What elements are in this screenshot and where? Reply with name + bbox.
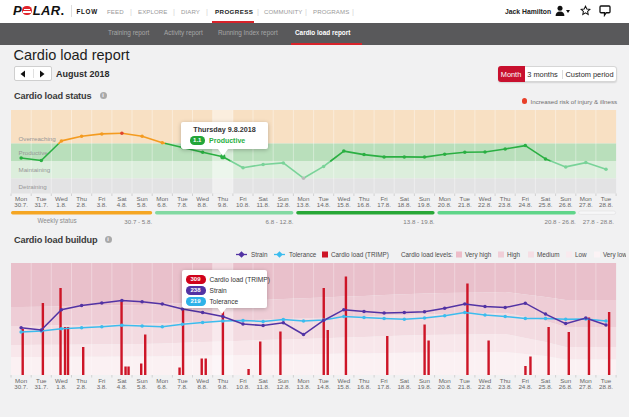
svg-text:30.7 - 5.8.: 30.7 - 5.8.	[124, 218, 152, 225]
svg-text:25.8.: 25.8.	[539, 201, 553, 208]
svg-text:22.8.: 22.8.	[478, 201, 492, 208]
svg-text:19.8.: 19.8.	[418, 383, 432, 390]
svg-text:9.8.: 9.8.	[218, 383, 229, 390]
svg-text:10.8.: 10.8.	[236, 201, 250, 208]
svg-text:Detraining: Detraining	[19, 183, 48, 190]
svg-text:13.8 - 19.8.: 13.8 - 19.8.	[403, 218, 435, 225]
svg-text:27.8.: 27.8.	[579, 201, 593, 208]
svg-text:31.7.: 31.7.	[34, 201, 48, 208]
svg-text:15.8.: 15.8.	[337, 201, 351, 208]
svg-text:20.8.: 20.8.	[438, 201, 452, 208]
svg-text:23.8.: 23.8.	[498, 383, 512, 390]
svg-text:12.8.: 12.8.	[276, 383, 290, 390]
svg-text:4.8.: 4.8.	[117, 201, 128, 208]
svg-text:3.8.: 3.8.	[97, 383, 108, 390]
svg-text:3.8.: 3.8.	[97, 201, 108, 208]
svg-text:13.8.: 13.8.	[297, 383, 311, 390]
svg-text:28.8.: 28.8.	[599, 201, 613, 208]
svg-text:24.8.: 24.8.	[518, 201, 532, 208]
svg-text:16.8.: 16.8.	[357, 383, 371, 390]
svg-text:6.8.: 6.8.	[157, 201, 168, 208]
svg-text:7.8.: 7.8.	[177, 201, 188, 208]
svg-text:6.8.: 6.8.	[157, 383, 168, 390]
svg-text:20.8 - 26.8.: 20.8 - 26.8.	[544, 218, 576, 225]
svg-text:Weekly status: Weekly status	[38, 217, 77, 225]
svg-text:14.8.: 14.8.	[317, 383, 331, 390]
svg-text:23.8.: 23.8.	[498, 201, 512, 208]
svg-text:30.7.: 30.7.	[14, 383, 28, 390]
svg-text:Maintaining: Maintaining	[19, 166, 51, 173]
svg-text:6.8 - 12.8.: 6.8 - 12.8.	[266, 218, 294, 225]
svg-text:2.8.: 2.8.	[76, 201, 87, 208]
svg-text:12.8.: 12.8.	[276, 201, 290, 208]
svg-text:26.8.: 26.8.	[559, 201, 573, 208]
svg-text:11.8.: 11.8.	[256, 201, 270, 208]
svg-text:19.8.: 19.8.	[418, 201, 432, 208]
svg-text:17.8.: 17.8.	[377, 201, 391, 208]
svg-text:31.7.: 31.7.	[34, 383, 48, 390]
svg-text:Overreaching: Overreaching	[19, 135, 57, 142]
svg-text:Productive: Productive	[19, 149, 49, 156]
svg-text:22.8.: 22.8.	[478, 383, 492, 390]
svg-text:18.8.: 18.8.	[397, 383, 411, 390]
svg-text:1.8.: 1.8.	[56, 383, 67, 390]
svg-text:2.8.: 2.8.	[76, 383, 87, 390]
svg-text:26.8.: 26.8.	[559, 383, 573, 390]
svg-text:5.8.: 5.8.	[137, 383, 148, 390]
svg-text:27.8 - 28.8.: 27.8 - 28.8.	[583, 218, 615, 225]
svg-text:18.8.: 18.8.	[397, 201, 411, 208]
svg-text:8.8.: 8.8.	[197, 201, 208, 208]
svg-text:1.8.: 1.8.	[56, 201, 67, 208]
svg-text:7.8.: 7.8.	[177, 383, 188, 390]
svg-text:21.8.: 21.8.	[458, 201, 472, 208]
svg-text:20.8.: 20.8.	[438, 383, 452, 390]
svg-text:16.8.: 16.8.	[357, 201, 371, 208]
svg-text:10.8.: 10.8.	[236, 383, 250, 390]
svg-text:24.8.: 24.8.	[518, 383, 532, 390]
svg-text:5.8.: 5.8.	[137, 201, 148, 208]
svg-text:17.8.: 17.8.	[377, 383, 391, 390]
svg-text:25.8.: 25.8.	[539, 383, 553, 390]
svg-text:14.8.: 14.8.	[317, 201, 331, 208]
svg-text:28.8.: 28.8.	[599, 383, 613, 390]
svg-text:8.8.: 8.8.	[197, 383, 208, 390]
svg-text:27.8.: 27.8.	[579, 383, 593, 390]
svg-text:4.8.: 4.8.	[117, 383, 128, 390]
svg-text:15.8.: 15.8.	[337, 383, 351, 390]
svg-text:30.7.: 30.7.	[14, 201, 28, 208]
svg-text:21.8.: 21.8.	[458, 383, 472, 390]
svg-text:11.8.: 11.8.	[256, 383, 270, 390]
svg-text:13.8.: 13.8.	[297, 201, 311, 208]
svg-text:9.8.: 9.8.	[218, 201, 229, 208]
